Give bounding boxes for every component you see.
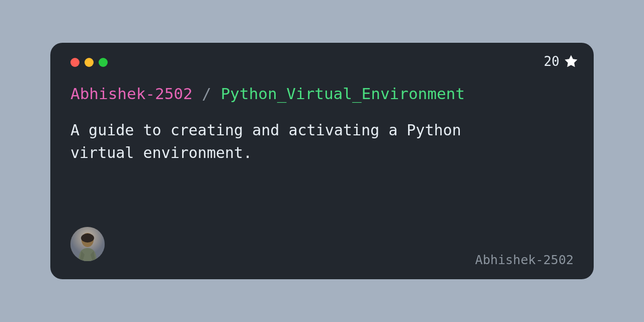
title-separator: / <box>202 85 211 103</box>
repo-description: A guide to creating and activating a Pyt… <box>70 119 533 164</box>
star-section: 20 <box>544 54 579 69</box>
username-label: Abhishek-2502 <box>475 253 574 267</box>
traffic-light-red <box>70 58 79 67</box>
traffic-light-green <box>99 58 108 67</box>
star-icon <box>564 54 579 69</box>
repo-name[interactable]: Python_Virtual_Environment <box>221 85 465 103</box>
traffic-lights <box>70 58 574 67</box>
avatar <box>70 227 105 261</box>
traffic-light-yellow <box>85 58 94 67</box>
repo-owner[interactable]: Abhishek-2502 <box>70 85 193 103</box>
star-count: 20 <box>544 54 559 69</box>
svg-point-2 <box>81 233 94 243</box>
repo-title: Abhishek-2502 / Python_Virtual_Environme… <box>70 83 574 105</box>
repo-card: 20 Abhishek-2502 / Python_Virtual_Enviro… <box>50 43 594 279</box>
